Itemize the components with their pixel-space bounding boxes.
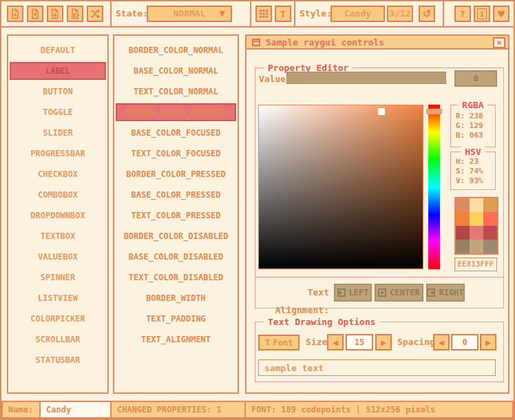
toolbar-divider bbox=[294, 1, 295, 26]
hsv-s-value: S: 74% bbox=[451, 167, 495, 176]
color-cursor[interactable] bbox=[378, 108, 385, 115]
list-item-dropdownbox[interactable]: DROPDOWNBOX bbox=[8, 205, 107, 226]
hue-bar[interactable] bbox=[428, 105, 440, 269]
list-item-default[interactable]: DEFAULT bbox=[8, 40, 107, 61]
align-center-button[interactable]: CENTER bbox=[375, 284, 423, 302]
toolbar: State: NORMAL ▼ T Style: Candy 3/12 ↺ ? … bbox=[1, 1, 514, 28]
statusbar: Name: CHANGED PROPERTIES: 1 FONT: 189 co… bbox=[1, 401, 514, 419]
font-panel-button[interactable]: T bbox=[275, 6, 291, 22]
list-item-checkbox[interactable]: CHECKBOX bbox=[8, 164, 107, 185]
prop-text-padding[interactable]: TEXT_PADDING bbox=[114, 308, 238, 329]
style-name-combobox[interactable]: Candy bbox=[330, 6, 385, 22]
align-left-label: LEFT bbox=[349, 288, 369, 297]
list-item-button[interactable]: BUTTON bbox=[8, 81, 107, 102]
prop-border-color-pressed[interactable]: BORDER_COLOR_PRESSED bbox=[114, 164, 238, 185]
list-item-valuebox[interactable]: VALUEBOX bbox=[8, 246, 107, 267]
prop-text-color-normal[interactable]: TEXT_COLOR_NORMAL bbox=[114, 81, 238, 102]
rgba-group: RGBA R: 238 G: 129 B: 063 bbox=[450, 105, 496, 147]
changed-properties-status: CHANGED PROPERTIES: 1 bbox=[110, 401, 246, 419]
list-item-slider[interactable]: SLIDER bbox=[8, 123, 107, 143]
list-item-listview[interactable]: LISTVIEW bbox=[8, 288, 107, 308]
hsv-title: HSV bbox=[461, 147, 485, 157]
help-icon: ? bbox=[460, 9, 465, 19]
prop-text-alignment[interactable]: TEXT_ALIGNMENT bbox=[114, 329, 238, 350]
font-button-label: Font bbox=[273, 338, 293, 348]
window-titlebar[interactable]: Sample raygui controls × bbox=[246, 36, 508, 50]
name-label: Name: bbox=[1, 401, 41, 419]
size-decrement-button[interactable]: ◀ bbox=[327, 334, 344, 350]
size-value-box[interactable]: 15 bbox=[346, 334, 373, 350]
toolbar-divider bbox=[250, 1, 251, 26]
text-alignment-label: Text Alignment: bbox=[253, 284, 329, 319]
new-file-icon bbox=[10, 8, 21, 19]
align-left-button[interactable]: LEFT bbox=[334, 284, 372, 302]
palette-swatch[interactable] bbox=[470, 198, 483, 212]
spacing-increment-button[interactable]: ▶ bbox=[480, 334, 496, 350]
spacing-value-box[interactable]: 0 bbox=[451, 334, 479, 350]
palette-swatch[interactable] bbox=[456, 212, 470, 226]
list-item-scrollbar[interactable]: SCROLLBAR bbox=[8, 329, 107, 350]
rgba-b-value: B: 063 bbox=[451, 131, 495, 140]
list-item-statusbar[interactable]: STATUSBAR bbox=[8, 350, 107, 370]
new-style-button[interactable] bbox=[7, 6, 23, 22]
open-style-button[interactable] bbox=[27, 6, 43, 22]
prop-border-color-focused-selected[interactable]: BORDER_COLOR_FOCUSED bbox=[116, 103, 236, 121]
close-button[interactable]: × bbox=[493, 37, 505, 48]
color-panel[interactable] bbox=[258, 105, 423, 269]
palette-swatch[interactable] bbox=[483, 240, 497, 253]
list-item-colorpicker[interactable]: COLORPICKER bbox=[8, 308, 107, 329]
prop-text-color-pressed[interactable]: TEXT_COLOR_PRESSED bbox=[114, 205, 238, 226]
font-info-status: FONT: 189 codepoints | 512x256 pixels bbox=[244, 401, 514, 419]
size-increment-button[interactable]: ▶ bbox=[375, 334, 392, 350]
list-item-progressbar[interactable]: PROGRESSBAR bbox=[8, 143, 107, 164]
prop-base-color-pressed[interactable]: BASE_COLOR_PRESSED bbox=[114, 185, 238, 205]
palette-swatch[interactable] bbox=[456, 198, 470, 212]
list-item-combobox[interactable]: COMBOBOX bbox=[8, 185, 107, 205]
save-style-button[interactable] bbox=[47, 6, 63, 22]
chevron-down-icon: ▼ bbox=[220, 7, 225, 21]
prop-border-width[interactable]: BORDER_WIDTH bbox=[114, 288, 238, 308]
reload-style-button[interactable]: ↺ bbox=[419, 6, 435, 22]
palette-swatch[interactable] bbox=[470, 240, 483, 253]
shuffle-icon bbox=[90, 8, 101, 19]
prop-base-color-normal[interactable]: BASE_COLOR_NORMAL bbox=[114, 61, 238, 81]
palette-swatch[interactable] bbox=[483, 198, 497, 212]
export-style-button[interactable] bbox=[67, 6, 83, 22]
value-box: 0 bbox=[454, 70, 497, 87]
list-item-label-selected[interactable]: LABEL bbox=[10, 62, 106, 80]
palette-swatch[interactable] bbox=[470, 212, 483, 226]
style-index-button[interactable]: 3/12 bbox=[387, 6, 413, 22]
random-style-button[interactable] bbox=[87, 6, 103, 22]
palette-swatch[interactable] bbox=[483, 226, 497, 240]
palette-swatch[interactable] bbox=[470, 226, 483, 240]
icons-panel-button[interactable] bbox=[255, 6, 272, 22]
hex-color-field[interactable]: EE813FFF bbox=[454, 258, 497, 271]
align-right-button[interactable]: RIGHT bbox=[426, 284, 465, 302]
font-button[interactable]: T Font bbox=[258, 335, 299, 350]
prop-border-color-normal[interactable]: BORDER_COLOR_NORMAL bbox=[114, 40, 238, 61]
toolbar-divider bbox=[443, 1, 444, 26]
spacing-decrement-button[interactable]: ◀ bbox=[433, 334, 450, 350]
prop-text-color-focused[interactable]: TEXT_COLOR_FOCUSED bbox=[114, 143, 238, 164]
prop-text-color-disabled[interactable]: TEXT_COLOR_DISABLED bbox=[114, 267, 238, 288]
align-right-label: RIGHT bbox=[439, 288, 463, 297]
about-button[interactable]: i bbox=[474, 6, 490, 22]
list-item-spinner[interactable]: SPINNER bbox=[8, 267, 107, 288]
prop-base-color-focused[interactable]: BASE_COLOR_FOCUSED bbox=[114, 123, 238, 143]
save-file-icon bbox=[50, 8, 61, 19]
divider-line bbox=[255, 277, 504, 277]
hue-selector[interactable] bbox=[426, 109, 442, 114]
style-name-input[interactable] bbox=[46, 402, 110, 417]
prop-border-color-disabled[interactable]: BORDER_COLOR_DISABLED bbox=[114, 226, 238, 246]
prop-base-color-disabled[interactable]: BASE_COLOR_DISABLED bbox=[114, 246, 238, 267]
palette-swatch[interactable] bbox=[456, 240, 470, 253]
list-item-toggle[interactable]: TOGGLE bbox=[8, 102, 107, 123]
palette-swatch[interactable] bbox=[483, 212, 497, 226]
state-dropdown[interactable]: NORMAL ▼ bbox=[147, 6, 232, 22]
palette-swatch[interactable] bbox=[456, 226, 470, 240]
list-item-textbox[interactable]: TEXTBOX bbox=[8, 226, 107, 246]
value-slider[interactable] bbox=[286, 72, 446, 84]
sponsor-button[interactable]: ♥ bbox=[493, 6, 509, 22]
help-button[interactable]: ? bbox=[454, 6, 471, 22]
sample-text-input[interactable] bbox=[259, 360, 495, 375]
